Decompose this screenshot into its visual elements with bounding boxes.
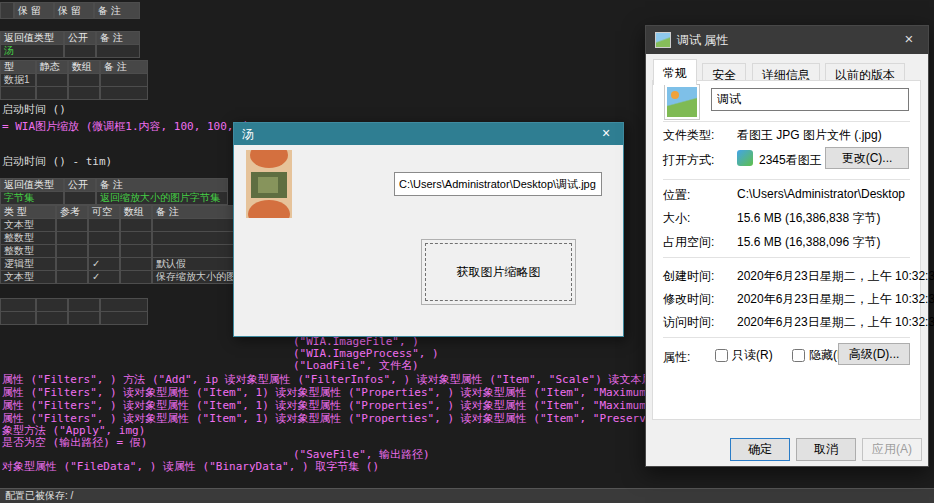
- code-line: 启动时间 () - tim): [2, 156, 112, 168]
- ide-cell: [56, 231, 88, 245]
- ide-cell: [120, 270, 152, 284]
- size-on-disk-value: 15.6 MB (16,388,096 字节): [737, 234, 880, 251]
- screen: 保 留 保 留 备 注 返回值类型 公开 备 注 汤 型 静态 数组 备 注 数…: [0, 0, 934, 503]
- param-table-header: 类 型 参考 可空 数组 备 注: [0, 205, 256, 219]
- param-row: 整数型: [0, 244, 256, 258]
- ide-header-cell: 数组: [120, 205, 152, 219]
- tab-general[interactable]: 常规: [653, 59, 697, 85]
- ide-cell: [120, 244, 152, 258]
- ide-top-header-row: 保 留 保 留 备 注: [0, 2, 140, 19]
- status-bar: 配置已被保存: /: [0, 488, 934, 503]
- ide-cell: [68, 86, 100, 100]
- ide-header-cell: 保 留: [54, 2, 94, 19]
- thumbnail-art: [258, 177, 278, 193]
- ok-button[interactable]: 确定: [730, 438, 790, 461]
- ide-header-cell: 保 留: [14, 2, 54, 19]
- accessed-label: 访问时间:: [663, 314, 714, 331]
- close-icon[interactable]: ×: [890, 26, 928, 54]
- ide-cell: [0, 298, 36, 312]
- ide-cell: [56, 270, 88, 284]
- ide-corner-cell: [0, 2, 14, 19]
- ide-cell: [120, 257, 152, 271]
- file-type-value: 看图王 JPG 图片文件 (.jpg): [737, 127, 882, 144]
- ide-cell: [88, 231, 120, 245]
- ide-cell: [68, 298, 100, 312]
- param-row: 文本型: [0, 218, 256, 232]
- ide-cell: ✓: [88, 270, 120, 284]
- change-button[interactable]: 更改(C)...: [825, 147, 909, 169]
- ide-header-cell: 公开: [64, 31, 96, 45]
- ide-cell: 汤: [0, 44, 64, 58]
- ide-cell: [0, 86, 36, 100]
- ide-header-cell: 返回值类型: [0, 31, 64, 45]
- ide-cell: [100, 298, 148, 312]
- modified-label: 修改时间:: [663, 291, 714, 308]
- ide-cell: [120, 218, 152, 232]
- file-type-label: 文件类型:: [663, 127, 714, 144]
- advanced-button[interactable]: 高级(D)...: [838, 343, 910, 365]
- ide-cell: 数据1: [0, 73, 36, 87]
- ide-cell: ✓: [88, 257, 120, 271]
- param-row: 整数型: [0, 231, 256, 245]
- ide-cell: [36, 298, 68, 312]
- ide-header-cell: 备 注: [94, 2, 140, 19]
- code-line: = WIA图片缩放 (微调框1.内容, 100, 100, 真): [2, 121, 258, 133]
- ide-cell: [120, 231, 152, 245]
- ide-cell: [36, 86, 68, 100]
- fn2-table-header: 返回值类型 公开 备 注: [0, 178, 228, 192]
- ide-cell: [100, 73, 148, 87]
- properties-titlebar[interactable]: 调试 属性 ×: [646, 26, 928, 54]
- readonly-label: 只读(R): [732, 347, 773, 364]
- ide-header-cell: 数组: [68, 60, 100, 74]
- ide-cell: 返回缩放大小的图片字节集: [96, 191, 228, 205]
- created-value: 2020年6月23日星期二，上午 10:32:39: [737, 268, 934, 285]
- ide-cell: 整数型: [0, 231, 56, 245]
- code-line: 启动时间 (): [2, 104, 66, 116]
- readonly-checkbox[interactable]: [715, 349, 728, 362]
- general-tab-page: 文件类型: 看图王 JPG 图片文件 (.jpg) 打开方式: 2345看图王 …: [652, 80, 921, 420]
- var-table-row: [0, 86, 148, 100]
- fn-table-row: 汤: [0, 44, 140, 58]
- separator: [663, 337, 910, 338]
- filename-input[interactable]: [711, 88, 909, 111]
- ide-cell: [36, 73, 68, 87]
- ide-cell: [0, 311, 36, 325]
- thumbnail-art: [248, 200, 290, 218]
- preview-titlebar[interactable]: 汤 ×: [234, 123, 623, 145]
- get-thumbnail-button[interactable]: 获取图片缩略图: [421, 239, 576, 305]
- misc-table-row: [0, 298, 148, 312]
- ide-header-cell: 备 注: [96, 31, 140, 45]
- ide-header-cell: 类 型: [0, 205, 56, 219]
- ide-cell: [88, 244, 120, 258]
- ide-cell: 文本型: [0, 218, 56, 232]
- ide-header-cell: 备 注: [96, 178, 228, 192]
- ide-cell: [56, 218, 88, 232]
- modified-value: 2020年6月23日星期二，上午 10:32:39: [737, 291, 934, 308]
- ide-cell: [96, 44, 140, 58]
- file-path-input[interactable]: [394, 172, 602, 196]
- hidden-checkbox[interactable]: [792, 349, 805, 362]
- created-label: 创建时间:: [663, 268, 714, 285]
- cancel-button[interactable]: 取消: [796, 438, 856, 461]
- preview-title: 汤: [242, 127, 254, 141]
- param-row: 文本型 ✓ 保存缩放大小的图片文件: [0, 270, 256, 284]
- jpg-icon-sun: [671, 91, 679, 99]
- close-icon[interactable]: ×: [589, 123, 623, 145]
- ide-cell: [68, 311, 100, 325]
- properties-window: 调试 属性 × 常规 安全 详细信息 以前的版本 文件类型: 看图王 JPG 图…: [645, 25, 929, 467]
- var-table-header: 型 静态 数组 备 注: [0, 60, 148, 74]
- properties-title: 调试 属性: [677, 26, 728, 54]
- ide-cell: [100, 311, 148, 325]
- var-table-row: 数据1: [0, 73, 148, 87]
- tab-strip: 常规 安全 详细信息 以前的版本: [653, 59, 907, 81]
- code-line: 是否为空 (输出路径) = 假): [2, 437, 147, 449]
- fn-table-header: 返回值类型 公开 备 注: [0, 31, 140, 45]
- accessed-value: 2020年6月23日星期二，上午 10:32:39: [737, 314, 934, 331]
- ide-cell: [64, 44, 96, 58]
- ide-header-cell: 返回值类型: [0, 178, 64, 192]
- ide-cell: 文本型: [0, 270, 56, 284]
- separator: [663, 179, 910, 180]
- apply-button[interactable]: 应用(A): [862, 438, 922, 461]
- location-value: C:\Users\Administrator\Desktop: [737, 187, 905, 201]
- ide-cell: 逻辑型: [0, 257, 56, 271]
